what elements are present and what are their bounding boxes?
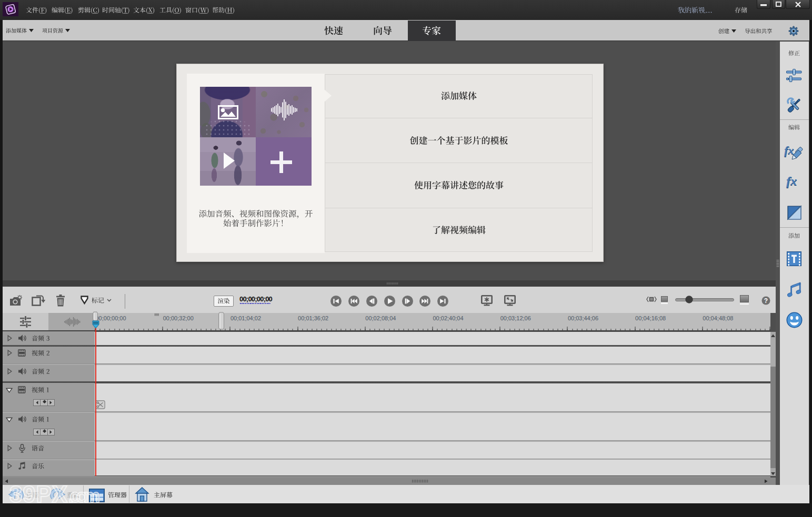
svg-text:39PX: 39PX [9, 481, 67, 507]
svg-text:.com: .com [68, 485, 100, 506]
svg-text:?: ? [764, 297, 768, 305]
